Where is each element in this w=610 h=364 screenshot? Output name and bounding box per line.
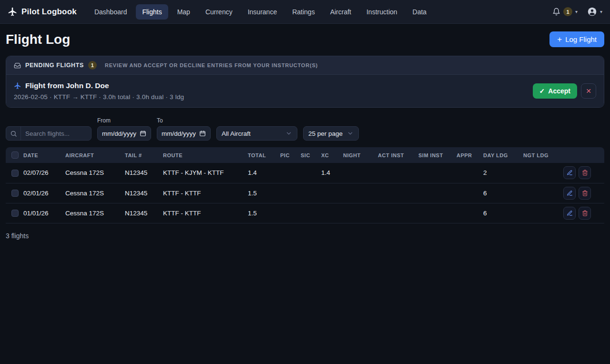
calendar-icon[interactable]: [140, 130, 146, 137]
cell-xc: [321, 203, 343, 223]
cell-day-ldg: 2: [483, 163, 523, 183]
cell-route: KTTF - KJYM - KTTF: [163, 163, 248, 183]
chevron-down-icon: [347, 130, 354, 137]
accept-label: Accept: [548, 87, 570, 95]
cell-aircraft: Cessna 172S: [65, 163, 125, 183]
edit-flight-button[interactable]: [563, 207, 576, 220]
from-date-input[interactable]: mm/dd/yyyy: [97, 126, 151, 141]
cell-night: [343, 183, 378, 203]
cell-total: 1.5: [248, 203, 280, 223]
nav-item-data[interactable]: Data: [407, 4, 433, 20]
nav-item-aircraft[interactable]: Aircraft: [324, 4, 357, 20]
cell-date: 01/01/26: [23, 203, 65, 223]
column-header-act-inst: ACT INST: [378, 147, 418, 163]
pending-entry-details: 2026-02-05 · KTTF → KTTF · 3.0h total · …: [14, 93, 184, 101]
flights-table: DATEAIRCRAFTTAIL #ROUTETOTALPICSICXCNIGH…: [6, 147, 604, 223]
airplane-icon: [14, 82, 21, 90]
cell-route: KTTF - KTTF: [163, 203, 248, 223]
nav-item-currency[interactable]: Currency: [199, 4, 239, 20]
row-checkbox-cell: [6, 163, 23, 183]
flights-table-body: 02/07/26Cessna 172SN12345KTTF - KJYM - K…: [6, 163, 604, 223]
cell-day-ldg: 6: [483, 183, 523, 203]
row-actions-cell: [560, 203, 604, 223]
column-header-night: NIGHT: [343, 147, 378, 163]
page-size-select[interactable]: 25 per page: [303, 126, 359, 141]
page-size-value: 25 per page: [308, 130, 343, 137]
nav-item-dashboard[interactable]: Dashboard: [88, 4, 133, 20]
cell-ngt-ldg: [523, 163, 560, 183]
log-flight-button[interactable]: + Log Flight: [549, 31, 604, 47]
select-all-checkbox[interactable]: [11, 152, 19, 159]
cell-pic: [280, 163, 301, 183]
row-checkbox[interactable]: [11, 170, 19, 177]
row-checkbox[interactable]: [11, 210, 19, 217]
column-header-sic: SIC: [301, 147, 321, 163]
edit-flight-button[interactable]: [563, 187, 576, 200]
row-checkbox[interactable]: [11, 190, 19, 197]
navbar: Pilot Logbook DashboardFlightsMapCurrenc…: [0, 0, 610, 24]
column-header-tail: TAIL #: [125, 147, 163, 163]
trash-icon: [582, 210, 588, 216]
notifications-menu[interactable]: 1 ▾: [552, 7, 578, 16]
accept-flight-button[interactable]: ✓ Accept: [533, 83, 577, 99]
chevron-down-icon: [285, 130, 292, 137]
cell-xc: 1.4: [321, 163, 343, 183]
aircraft-filter-select[interactable]: All Aircraft: [216, 126, 297, 141]
to-label: To: [157, 117, 211, 124]
search-input[interactable]: [21, 130, 91, 137]
pending-flights-title: PENDING FLIGHTS: [25, 62, 84, 69]
pending-flights-subtitle: REVIEW AND ACCEPT OR DECLINE ENTRIES FRO…: [105, 62, 318, 68]
delete-flight-button[interactable]: [579, 187, 591, 200]
cell-tail: N12345: [125, 183, 163, 203]
decline-flight-button[interactable]: ✕: [581, 83, 596, 99]
cell-aircraft: Cessna 172S: [65, 203, 125, 223]
cell-sic: [301, 183, 321, 203]
column-header-appr: APPR: [457, 147, 483, 163]
cell-xc: [321, 183, 343, 203]
to-date-group: To mm/dd/yyyy: [157, 117, 211, 141]
user-avatar-icon: [587, 7, 597, 17]
calendar-icon[interactable]: [199, 130, 206, 137]
to-date-input[interactable]: mm/dd/yyyy: [157, 126, 211, 141]
notification-count-badge: 1: [563, 7, 572, 16]
pencil-icon: [567, 170, 573, 176]
nav-item-insurance[interactable]: Insurance: [242, 4, 283, 20]
pending-flight-entry: Flight from John D. Doe 2026-02-05 · KTT…: [6, 75, 604, 107]
plus-icon: +: [557, 35, 562, 43]
brand: Pilot Logbook: [8, 7, 77, 17]
flight-row: 02/01/26Cessna 172SN12345KTTF - KTTF1.56: [6, 183, 604, 203]
from-date-value: mm/dd/yyyy: [102, 130, 136, 137]
pencil-icon: [567, 210, 573, 216]
cell-pic: [280, 203, 301, 223]
bell-icon: [552, 8, 560, 16]
row-actions-cell: [560, 163, 604, 183]
nav-item-ratings[interactable]: Ratings: [286, 4, 321, 20]
cell-sim-inst: [418, 203, 457, 223]
column-header-actions: [560, 147, 604, 163]
delete-flight-button[interactable]: [579, 166, 591, 179]
edit-flight-button[interactable]: [563, 166, 576, 179]
nav-item-flights[interactable]: Flights: [136, 4, 168, 20]
pending-flights-panel: PENDING FLIGHTS 1 REVIEW AND ACCEPT OR D…: [6, 56, 604, 108]
pending-count-badge: 1: [88, 61, 97, 70]
nav-item-map[interactable]: Map: [171, 4, 196, 20]
cell-sim-inst: [418, 183, 457, 203]
cell-night: [343, 163, 378, 183]
app-root: Pilot Logbook DashboardFlightsMapCurrenc…: [0, 0, 610, 364]
search-box: [6, 126, 92, 141]
nav-items: DashboardFlightsMapCurrencyInsuranceRati…: [88, 4, 433, 20]
brand-name: Pilot Logbook: [21, 7, 77, 17]
cell-sic: [301, 203, 321, 223]
cell-route: KTTF - KTTF: [163, 183, 248, 203]
nav-item-instruction[interactable]: Instruction: [360, 4, 404, 20]
aircraft-filter-value: All Aircraft: [222, 130, 251, 137]
nav-right: 1 ▾ ▾: [552, 7, 602, 17]
airplane-logo-icon: [8, 7, 18, 17]
trash-icon: [582, 190, 588, 196]
flight-row: 01/01/26Cessna 172SN12345KTTF - KTTF1.56: [6, 203, 604, 223]
delete-flight-button[interactable]: [579, 207, 591, 220]
user-menu[interactable]: ▾: [587, 7, 602, 17]
header-checkbox-cell: [6, 147, 23, 163]
cell-act-inst: [378, 203, 418, 223]
flight-count-text: 3 flights: [6, 232, 604, 240]
